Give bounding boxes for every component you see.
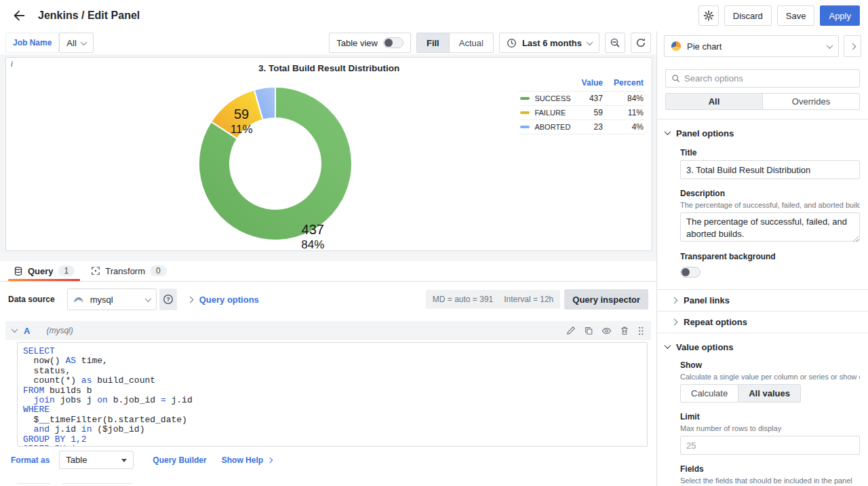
back-button[interactable]: [8, 5, 30, 26]
refresh-icon: [635, 37, 646, 48]
chevron-down-icon: [665, 128, 671, 135]
mysql-icon: [73, 295, 85, 303]
panel-settings-button[interactable]: [698, 5, 719, 26]
chevron-right-icon: [671, 297, 678, 304]
section-panel-options[interactable]: Panel options: [665, 128, 860, 138]
section-value-options[interactable]: Value options: [665, 342, 860, 352]
panel-description-textarea[interactable]: The percentage of successful, failed, an…: [680, 212, 860, 242]
chevron-right-icon: [849, 43, 856, 50]
format-row: Format as Table Query Builder Show Help: [5, 451, 651, 469]
database-icon: [14, 266, 23, 276]
fields-help: Select the fields that should be include…: [680, 476, 860, 485]
repeat-options-expander[interactable]: Repeat options: [672, 312, 860, 333]
panel-links-expander[interactable]: Panel links: [672, 290, 860, 311]
zoom-out-button[interactable]: [605, 33, 625, 53]
datasource-help-button[interactable]: ?: [159, 288, 177, 310]
format-as-label: Format as: [5, 455, 55, 465]
tab-all[interactable]: All: [666, 94, 762, 109]
query-editor-header[interactable]: A (mysql): [5, 321, 651, 340]
query-footer-stubs: [17, 483, 651, 484]
chevron-right-icon: [267, 457, 273, 462]
table-view-toggle-box: Table view: [329, 33, 411, 53]
legend-row: ABORTED234%: [519, 120, 645, 134]
tab-overrides[interactable]: Overrides: [762, 94, 859, 109]
viz-picker-row: Pie chart: [657, 31, 868, 61]
donut-chart: 43784%5911%: [187, 75, 363, 252]
query-builder-link[interactable]: Query Builder: [147, 455, 212, 465]
stats-interval: Interval = 12h: [504, 295, 553, 304]
search-input[interactable]: [684, 73, 854, 83]
apply-button[interactable]: Apply: [820, 5, 860, 26]
tab-transform[interactable]: Transform 0: [83, 261, 174, 281]
transparent-bg-toggle[interactable]: [680, 267, 701, 278]
legend-percent: 4%: [604, 120, 645, 134]
calculate-option[interactable]: Calculate: [681, 385, 738, 402]
pie-slice-label: 59: [234, 107, 249, 122]
all-values-option[interactable]: All values: [738, 385, 800, 402]
query-ref-note: (mysql): [46, 326, 73, 335]
chevron-down-icon: [827, 42, 833, 49]
save-button[interactable]: Save: [777, 5, 815, 26]
sql-editor[interactable]: SELECT now() AS time, status, count(*) a…: [17, 342, 648, 447]
zoom-out-icon: [610, 37, 620, 48]
query-section: Query 1 Transform 0 Data source mysql ? …: [0, 261, 656, 486]
edit-icon[interactable]: [566, 326, 576, 335]
legend-body: SUCCESS43784%FAILURE5911%ABORTED234%: [519, 92, 645, 134]
legend-value: 437: [572, 92, 604, 106]
datasource-row: Data source mysql ? Query options MD = a…: [8, 288, 648, 310]
legend-row: FAILURE5911%: [519, 106, 645, 120]
legend-series-label[interactable]: FAILURE: [534, 109, 566, 117]
legend-value: 59: [572, 106, 604, 120]
back-arrow-icon: [12, 8, 26, 23]
chevron-down-icon: [587, 39, 593, 45]
show-label: Show: [680, 360, 860, 370]
datasource-select[interactable]: mysql: [67, 288, 157, 310]
show-mode-segment: Calculate All values: [680, 384, 801, 403]
collapse-options-button[interactable]: [844, 35, 861, 57]
panel-toolbar: Job Name All Table view Fill Actual Last…: [0, 31, 656, 54]
legend-col-percent[interactable]: Percent: [604, 77, 645, 92]
legend-col-value[interactable]: Value: [572, 77, 604, 92]
chevron-down-icon: [80, 39, 87, 45]
legend-series-label[interactable]: SUCCESS: [534, 94, 570, 102]
options-search: [665, 69, 860, 88]
options-sidebar: Pie chart All Overrides Panel options: [656, 31, 868, 486]
legend-row: SUCCESS43784%: [519, 92, 645, 106]
show-help: Calculate a single value per column or s…: [680, 373, 860, 381]
viz-picker-select[interactable]: Pie chart: [664, 35, 839, 57]
trash-icon[interactable]: [620, 326, 629, 335]
refresh-button[interactable]: [631, 33, 651, 53]
chevron-down-icon: [144, 295, 151, 302]
pie-slice-label: 437: [302, 222, 324, 237]
legend-series-label[interactable]: ABORTED: [534, 123, 570, 131]
pie-chart-icon: [671, 41, 682, 52]
description-help: The percentage of successful, failed, an…: [680, 201, 860, 209]
copy-icon[interactable]: [584, 326, 593, 335]
panel-title-input[interactable]: [680, 160, 860, 179]
gear-icon: [703, 10, 714, 21]
query-inspector-button[interactable]: Query inspector: [564, 289, 648, 310]
transparent-bg-label: Transparent background: [680, 252, 860, 261]
limit-help: Max number of rows to display: [680, 424, 860, 432]
fields-label: Fields: [680, 464, 860, 474]
page-title: Jenkins / Edit Panel: [38, 10, 140, 22]
format-select[interactable]: Table: [59, 451, 134, 469]
tab-query[interactable]: Query 1: [5, 261, 83, 281]
grafana-edit-panel: Jenkins / Edit Panel Discard Save Apply …: [0, 0, 868, 486]
discard-button[interactable]: Discard: [724, 5, 772, 26]
job-name-select[interactable]: All: [59, 33, 93, 53]
query-options-expander[interactable]: Query options: [188, 295, 259, 305]
limit-input[interactable]: [680, 436, 860, 455]
time-range-picker[interactable]: Last 6 months: [499, 33, 599, 53]
actual-option[interactable]: Actual: [449, 33, 493, 52]
caret-down-icon: [121, 459, 127, 465]
eye-icon[interactable]: [601, 326, 612, 335]
query-ref-id: A: [24, 326, 30, 336]
svg-text:?: ?: [166, 296, 170, 303]
legend-percent: 11%: [604, 106, 645, 120]
table-view-toggle[interactable]: [383, 37, 403, 48]
show-help-link[interactable]: Show Help: [216, 455, 277, 465]
legend-marker-icon: [520, 111, 530, 114]
drag-handle-icon[interactable]: [637, 326, 644, 336]
fill-option[interactable]: Fill: [417, 33, 449, 52]
